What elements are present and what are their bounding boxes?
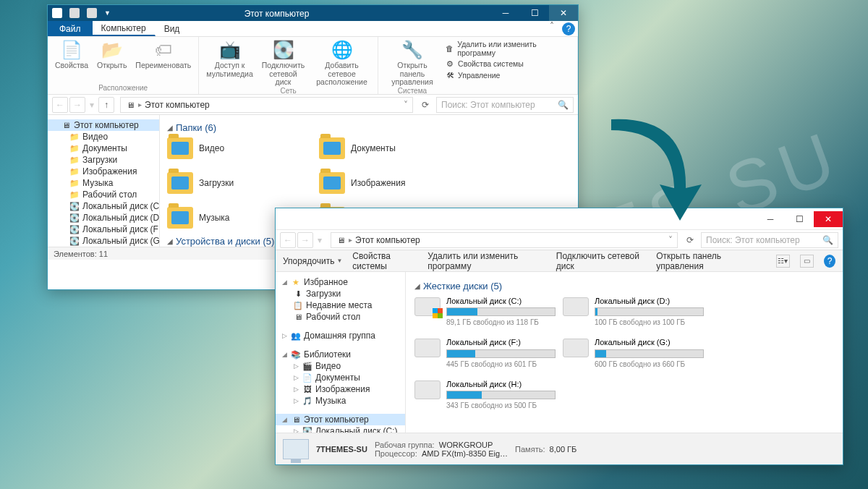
sidebar-item[interactable]: 💽Локальный диск (G:) [48, 235, 159, 247]
maximize-button[interactable]: ☐ [520, 5, 549, 21]
folder-icon: 📁 [69, 143, 80, 153]
help-icon[interactable]: ? [824, 255, 835, 268]
tab-view[interactable]: Вид [156, 21, 190, 36]
tree-documents[interactable]: ▷📄Документы [276, 372, 405, 383]
tree-libraries[interactable]: ◢📚Библиотеки [276, 349, 405, 360]
disk-icon [414, 380, 441, 399]
organize-button[interactable]: Упорядочить ▼ [283, 256, 342, 266]
properties-button[interactable]: 📄Свойства [55, 38, 88, 70]
tab-computer[interactable]: Компьютер [93, 21, 156, 36]
search-input[interactable]: Поиск: Этот компьютер 🔍 [701, 232, 838, 248]
control-panel-button[interactable]: 🔧Открыть панель управления [386, 38, 439, 87]
ribbon-tabs: Файл Компьютер Вид ˄ ? [48, 21, 578, 37]
folder-item[interactable]: Видео [167, 137, 276, 159]
help-icon[interactable]: ? [562, 22, 575, 35]
folder-item[interactable]: Документы [319, 137, 427, 159]
search-icon: 🔍 [822, 235, 833, 245]
tree-homegroup[interactable]: ▷👥Домашняя группа [276, 330, 405, 341]
refresh-button[interactable]: ⟳ [682, 232, 698, 248]
search-input[interactable]: Поиск: Этот компьютер 🔍 [436, 97, 574, 113]
media-access-button[interactable]: 📺Доступ к мультимедиа [206, 38, 252, 87]
forward-button[interactable]: → [69, 97, 85, 113]
folder-item[interactable]: Загрузки [167, 172, 276, 194]
status-text: Элементов: 11 [54, 250, 108, 258]
disks-header[interactable]: ◢Жесткие диски (5) [414, 281, 834, 292]
crumb-label: Этот компьютер [145, 100, 210, 110]
disk-icon [414, 339, 441, 357]
rename-button[interactable]: 🏷Переименовать [135, 38, 191, 70]
ribbon-collapse-icon[interactable]: ˄ [546, 21, 558, 36]
uninstall-button[interactable]: Удалить или изменить программу [427, 251, 546, 271]
dropdown-icon[interactable]: ˅ [668, 235, 673, 245]
disk-icon: 💽 [69, 224, 80, 234]
workgroup-value: WORKGROUP [439, 441, 493, 449]
sysprops-button[interactable]: ⚙Свойства системы [445, 59, 570, 69]
workgroup-label: Рабочая группа: [375, 441, 435, 449]
tree-pictures[interactable]: ▷🖼Изображения [276, 383, 405, 395]
tab-file[interactable]: Файл [48, 21, 93, 36]
maximize-button[interactable]: ☐ [785, 211, 814, 227]
address-bar[interactable]: 🖥 ▸ Этот компьютер ˅ [120, 97, 413, 113]
cpu-label: Процессор: [375, 449, 417, 458]
map-drive-button[interactable]: 💽Подключить сетевой диск [262, 38, 305, 87]
folder-icon [167, 172, 193, 194]
disk-item[interactable]: Локальный диск (G:)600 ГБ свободно из 66… [563, 337, 704, 368]
sidebar-item[interactable]: 📁Видео [48, 131, 159, 143]
folder-icon [319, 137, 345, 159]
dropdown-icon[interactable]: ˅ [404, 100, 408, 110]
disk-icon: 💽 [69, 236, 80, 246]
group-location-label: Расположение [98, 84, 148, 94]
folders-header[interactable]: ◢Папки (6) [167, 122, 571, 133]
sidebar-item[interactable]: 🖥Этот компьютер [48, 119, 159, 131]
add-netloc-button[interactable]: 🌐Добавить сетевое расположение [313, 38, 370, 87]
tree-downloads[interactable]: ⬇Загрузки [276, 288, 405, 299]
sidebar-item[interactable]: 📁Загрузки [48, 154, 159, 166]
sidebar-item[interactable]: 💽Локальный диск (C:) [48, 200, 159, 212]
sidebar-item[interactable]: 💽Локальный диск (D:) [48, 212, 159, 224]
uninstall-button[interactable]: 🗑Удалить или изменить программу [445, 40, 570, 57]
disk-item[interactable]: Локальный диск (F:)445 ГБ свободно из 60… [414, 337, 556, 368]
folder-icon [167, 137, 193, 159]
minimize-button[interactable]: ─ [491, 5, 520, 21]
tree-music[interactable]: ▷🎵Музыка [276, 395, 405, 407]
disk-item[interactable]: Локальный диск (H:)343 ГБ свободно из 50… [414, 379, 556, 410]
folder-item[interactable]: Музыка [167, 207, 276, 229]
close-button[interactable]: ✕ [814, 211, 843, 227]
command-bar: Упорядочить ▼ Свойства системы Удалить и… [276, 250, 843, 272]
disk-item[interactable]: Локальный диск (C:)89,1 ГБ свободно из 1… [414, 296, 556, 327]
tree-disk-c[interactable]: ▷💽Локальный диск (C:) [276, 425, 405, 433]
up-button[interactable]: ↑ [98, 97, 114, 113]
disk-icon [414, 297, 441, 316]
disk-usage-bar [446, 307, 556, 316]
tree-this-pc[interactable]: ◢🖥Этот компьютер [276, 414, 405, 425]
control-panel-button[interactable]: Открыть панель управления [656, 251, 756, 271]
sidebar-item[interactable]: 📁Документы [48, 143, 159, 154]
address-bar[interactable]: 🖥 ▸ Этот компьютер ˅ [331, 232, 678, 248]
forward-button[interactable]: → [297, 232, 313, 248]
sidebar-item[interactable]: 📁Музыка [48, 177, 159, 189]
tree-recent[interactable]: 📋Недавние места [276, 299, 405, 311]
sidebar-item[interactable]: 📁Изображения [48, 166, 159, 177]
search-placeholder: Поиск: Этот компьютер [441, 100, 535, 110]
view-mode-button[interactable]: ☷▾ [776, 255, 790, 268]
history-dropdown[interactable]: ▾ [315, 232, 325, 248]
close-button[interactable]: ✕ [549, 5, 578, 21]
back-button[interactable]: ← [280, 232, 296, 248]
folder-item[interactable]: Изображения [319, 172, 427, 194]
tree-favorites[interactable]: ◢★Избранное [276, 276, 405, 288]
tree-video[interactable]: ▷🎬Видео [276, 360, 405, 372]
back-button[interactable]: ← [52, 97, 68, 113]
details-pane-button[interactable]: ▭ [800, 255, 814, 268]
history-dropdown[interactable]: ▾ [87, 97, 97, 113]
sidebar-item[interactable]: 📁Рабочий стол [48, 189, 159, 200]
map-drive-button[interactable]: Подключить сетевой диск [556, 251, 646, 271]
sidebar-item[interactable]: 💽Локальный диск (F:) [48, 224, 159, 235]
tree-desktop[interactable]: 🖥Рабочий стол [276, 311, 405, 323]
crumb-label: Этот компьютер [355, 235, 420, 245]
sysprops-button[interactable]: Свойства системы [352, 251, 417, 271]
refresh-button[interactable]: ⟳ [417, 97, 433, 113]
manage-button[interactable]: 🛠Управление [445, 70, 570, 80]
minimize-button[interactable]: ─ [756, 211, 785, 227]
disk-item[interactable]: Локальный диск (D:)100 ГБ свободно из 10… [563, 296, 704, 327]
open-button[interactable]: 📂Открыть [97, 38, 127, 70]
